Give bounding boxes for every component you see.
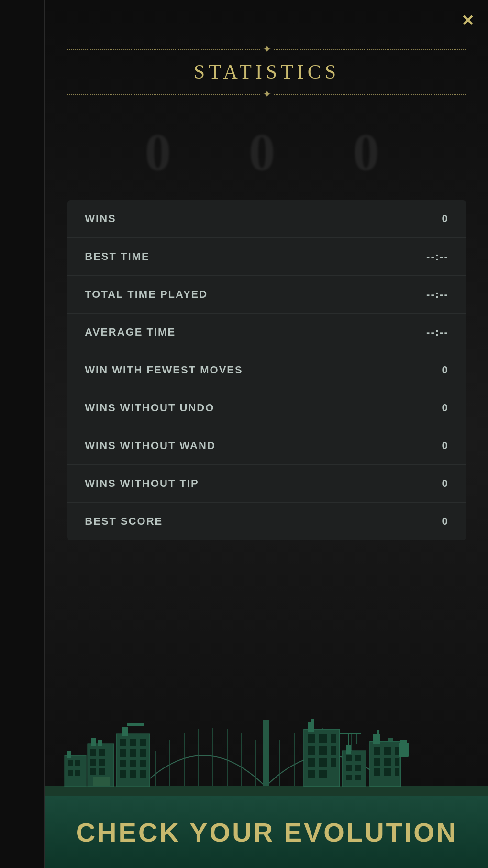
svg-rect-28 — [98, 740, 102, 746]
svg-rect-67 — [346, 745, 351, 754]
svg-rect-38 — [127, 723, 144, 726]
svg-rect-61 — [308, 758, 315, 767]
stat-row-2: TOTAL TIME PLAYED--:-- — [67, 276, 466, 314]
svg-rect-90 — [400, 740, 407, 745]
city-svg — [45, 676, 488, 811]
stat-value-5: 0 — [442, 402, 449, 414]
stat-label-0: WINS — [85, 213, 116, 225]
svg-rect-81 — [384, 747, 391, 755]
stat-value-3: --:-- — [426, 326, 449, 338]
stat-label-5: WINS WITHOUT UNDO — [85, 402, 214, 414]
svg-rect-48 — [140, 760, 146, 767]
title-area: ✦ STATISTICS ✦ — [45, 0, 488, 104]
stat-row-0: WINS0 — [67, 200, 466, 238]
svg-rect-32 — [99, 759, 105, 766]
svg-rect-43 — [120, 749, 126, 757]
close-button[interactable]: ✕ — [455, 9, 479, 33]
stat-label-4: WIN WITH FEWEST MOVES — [85, 364, 243, 376]
svg-rect-79 — [377, 730, 379, 737]
stat-value-1: --:-- — [426, 250, 449, 263]
left-line-2 — [67, 94, 259, 95]
svg-rect-62 — [319, 758, 327, 767]
svg-rect-56 — [319, 734, 327, 743]
svg-rect-31 — [90, 759, 96, 766]
svg-rect-23 — [75, 760, 80, 766]
svg-rect-59 — [319, 746, 327, 755]
svg-rect-50 — [130, 770, 136, 778]
svg-rect-82 — [395, 747, 399, 755]
svg-rect-47 — [130, 760, 136, 767]
stat-value-7: 0 — [442, 477, 449, 490]
ornament-icon: ✦ — [263, 43, 271, 56]
svg-rect-41 — [130, 739, 136, 746]
svg-rect-72 — [355, 755, 361, 761]
svg-rect-55 — [308, 734, 315, 743]
stat-value-6: 0 — [442, 440, 449, 452]
svg-rect-35 — [93, 777, 110, 786]
stat-row-7: WINS WITHOUT TIP0 — [67, 465, 466, 503]
svg-rect-24 — [68, 770, 73, 776]
stat-row-6: WINS WITHOUT WAND0 — [67, 427, 466, 465]
svg-rect-66 — [342, 751, 366, 787]
stat-value-4: 0 — [442, 364, 449, 376]
svg-rect-74 — [355, 765, 361, 771]
svg-rect-80 — [374, 747, 380, 755]
stat-label-6: WINS WITHOUT WAND — [85, 440, 216, 452]
svg-rect-44 — [130, 749, 136, 757]
svg-rect-45 — [140, 749, 146, 757]
stat-row-1: BEST TIME--:-- — [67, 238, 466, 276]
svg-rect-22 — [68, 760, 73, 766]
svg-rect-73 — [346, 765, 352, 771]
svg-rect-42 — [140, 739, 146, 746]
svg-rect-54 — [311, 719, 314, 725]
svg-rect-46 — [120, 760, 126, 767]
evolution-banner[interactable]: CHECK YOUR EVOLUTION — [45, 796, 488, 868]
page-title: STATISTICS — [45, 60, 488, 83]
svg-rect-71 — [346, 755, 352, 761]
svg-rect-27 — [91, 738, 96, 746]
svg-rect-75 — [346, 775, 352, 780]
stats-table: WINS0BEST TIME--:--TOTAL TIME PLAYED--:-… — [67, 200, 466, 540]
svg-rect-30 — [99, 749, 105, 756]
left-sidebar — [0, 0, 45, 868]
top-ornament: ✦ — [67, 43, 466, 56]
stat-row-3: AVERAGE TIME--:-- — [67, 314, 466, 351]
svg-rect-60 — [331, 746, 336, 755]
bottom-ornament: ✦ — [67, 88, 466, 101]
svg-rect-84 — [384, 758, 391, 766]
svg-rect-86 — [374, 768, 380, 776]
svg-rect-85 — [395, 758, 399, 766]
svg-rect-25 — [75, 770, 80, 776]
svg-rect-65 — [319, 770, 327, 778]
right-line-2 — [274, 94, 466, 95]
svg-rect-29 — [90, 749, 96, 756]
stat-row-4: WIN WITH FEWEST MOVES0 — [67, 351, 466, 389]
stat-label-2: TOTAL TIME PLAYED — [85, 288, 208, 301]
stat-value-2: --:-- — [426, 288, 449, 301]
left-line — [67, 49, 259, 50]
svg-rect-51 — [140, 770, 146, 778]
stat-value-0: 0 — [442, 213, 449, 225]
right-line — [274, 49, 466, 50]
svg-rect-16 — [263, 720, 269, 789]
svg-rect-76 — [355, 775, 361, 780]
svg-rect-58 — [308, 746, 315, 755]
ornament-icon-2: ✦ — [263, 88, 271, 101]
stat-label-1: BEST TIME — [85, 250, 149, 263]
svg-rect-83 — [374, 758, 380, 766]
stat-label-3: AVERAGE TIME — [85, 326, 176, 338]
modal-container: ✦ STATISTICS ✦ 0 0 0 WINS0BEST TIME--:--… — [45, 0, 488, 868]
svg-rect-33 — [90, 768, 96, 775]
stat-label-7: WINS WITHOUT TIP — [85, 477, 199, 490]
svg-rect-21 — [67, 751, 71, 758]
stat-row-8: BEST SCORE0 — [67, 503, 466, 540]
ghost-stats-area: 0 0 0 — [67, 104, 466, 200]
stat-label-8: BEST SCORE — [85, 515, 163, 528]
svg-rect-88 — [395, 768, 399, 776]
evolution-text: CHECK YOUR EVOLUTION — [76, 817, 458, 848]
svg-rect-37 — [122, 727, 128, 736]
svg-rect-63 — [331, 758, 336, 767]
svg-rect-34 — [99, 768, 105, 775]
stat-row-5: WINS WITHOUT UNDO0 — [67, 389, 466, 427]
svg-rect-49 — [120, 770, 126, 778]
